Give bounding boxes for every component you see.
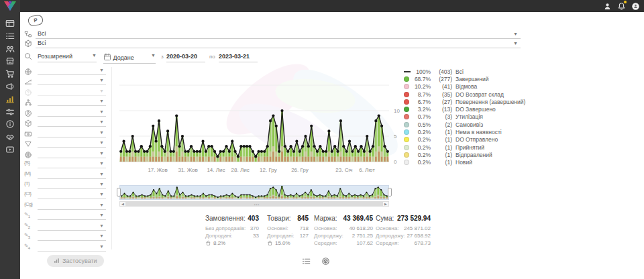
- filter-select-utm-campaign[interactable]: {Cg}▼: [24, 201, 106, 211]
- date-field-select[interactable]: Додане ▼: [103, 53, 156, 64]
- x-tick-label: 12. Гру: [260, 167, 277, 173]
- legend-item[interactable]: 0.7%(3)Утилізація: [404, 113, 525, 121]
- chevron-down-icon: ▼: [513, 32, 518, 36]
- select-underline: [38, 126, 106, 127]
- legend-dot-swatch: [404, 122, 409, 127]
- filter-select-help[interactable]: ▼: [24, 87, 106, 97]
- date-to-input[interactable]: 2023-03-21: [219, 53, 258, 62]
- stat-sub-value: 127: [300, 232, 309, 239]
- select-underline: [38, 95, 106, 96]
- bell-icon[interactable]: [617, 1, 626, 10]
- filter-select-money[interactable]: ▼: [24, 129, 106, 138]
- legend-pct: 100%: [413, 68, 431, 75]
- x-tick-label: 31. Жов: [178, 167, 197, 173]
- filter-select-cube[interactable]: ▼: [24, 118, 106, 127]
- date-field-value: Додане: [113, 54, 134, 61]
- filter-select-custom-field-1[interactable]: ✎1▼: [24, 211, 106, 221]
- filter-select-funnel[interactable]: ▼: [24, 139, 106, 148]
- scroll-left-arrow-icon[interactable]: ◀: [120, 202, 125, 206]
- legend-item[interactable]: 6.7%(27)Повернення (завершений): [404, 98, 525, 105]
- list-view-icon[interactable]: [302, 256, 311, 265]
- chevron-down-icon: ▼: [99, 140, 104, 145]
- sidebar-item-info[interactable]: [5, 119, 15, 129]
- custom-field-3-icon: ✎3: [24, 232, 32, 240]
- legend-item[interactable]: 0.2%(1)Відправлений: [404, 151, 525, 158]
- filter-select-globe[interactable]: ▼: [24, 66, 106, 76]
- sidebar-item-video[interactable]: [5, 145, 15, 154]
- apply-button[interactable]: Застосувати: [47, 255, 104, 267]
- legend-item[interactable]: 0.2%(1)DO Отправлено: [404, 136, 525, 144]
- user-icon[interactable]: [603, 1, 612, 10]
- utm-source-icon: {S}: [24, 160, 32, 168]
- chart-minimap[interactable]: [119, 185, 389, 200]
- stat-sub-value: 718: [300, 225, 309, 232]
- sidebar-item-sliders[interactable]: [5, 107, 15, 117]
- avatar[interactable]: [631, 1, 640, 10]
- app-logo-icon[interactable]: [3, 1, 17, 11]
- scrollbar-thumb[interactable]: ▪▪▪: [125, 202, 383, 206]
- legend-item[interactable]: 0.2%(1)Новий: [404, 159, 525, 166]
- sidebar-item-megaphone[interactable]: [5, 82, 15, 91]
- filter-select-custom-field-4[interactable]: ✎4▼: [24, 243, 106, 252]
- category-filter[interactable]: Всі ▼: [24, 30, 521, 39]
- legend-item[interactable]: 3.2%(13)DO Завершено: [404, 105, 525, 113]
- filter-select-utm-medium[interactable]: {M}▼: [24, 170, 106, 180]
- chevron-down-icon: ▼: [99, 203, 104, 207]
- filter-select-trend[interactable]: ▼: [24, 76, 106, 86]
- scroll-right-arrow-icon[interactable]: ▶: [383, 202, 388, 206]
- minimap-right-handle[interactable]: [388, 188, 392, 197]
- date-from-input[interactable]: 2020-03-20: [166, 53, 205, 62]
- minimap-left-handle[interactable]: [117, 188, 121, 197]
- sidebar-item-partners[interactable]: [5, 132, 15, 142]
- sidebar-item-analytics[interactable]: [5, 95, 15, 104]
- legend-item[interactable]: 8.7%(35)DO Возврат склад: [404, 91, 525, 98]
- product-filter[interactable]: Всі ▼: [24, 39, 521, 48]
- product-filter-value: Всі: [38, 40, 46, 46]
- search-mode-select[interactable]: Розширений ▼: [38, 53, 97, 62]
- filter-select-sitemap[interactable]: ▼: [24, 97, 106, 107]
- legend-item[interactable]: 0.5%(2)Самовивіз: [404, 121, 525, 128]
- utm-term-icon: {T}: [24, 180, 32, 188]
- legend-item[interactable]: 100%(403)Всі: [404, 68, 525, 75]
- legend-item[interactable]: 0.2%(1)Нема в наявності: [404, 128, 525, 135]
- search-icon[interactable]: [24, 52, 32, 60]
- sidebar-item-store[interactable]: [5, 56, 15, 66]
- legend-pct: 8.7%: [413, 91, 431, 98]
- filter-select-utm-source[interactable]: {S}▼: [24, 160, 106, 169]
- legend-label: Відмова: [455, 83, 477, 90]
- stat-title: Товари:: [267, 215, 291, 222]
- utm-content-icon: {Ct}: [24, 190, 32, 199]
- filter-select-globe-grid[interactable]: ▼: [24, 150, 106, 159]
- legend-item[interactable]: 68.7%(277)Завершений: [404, 75, 525, 82]
- filter-select-person-badge[interactable]: ▼: [24, 108, 106, 117]
- legend-dot-swatch: [404, 129, 409, 135]
- sidebar: [0, 0, 20, 279]
- legend-dot-swatch: [404, 107, 409, 112]
- stat-sub-label: Основна:: [314, 225, 337, 232]
- filter-select-utm-content[interactable]: {Ct}▼: [24, 190, 106, 200]
- x-tick-label: 6. Лют: [359, 167, 375, 173]
- legend-pct: 0.7%: [413, 113, 431, 120]
- legend-count: (41): [433, 83, 452, 90]
- utm-campaign-icon: {Cg}: [24, 201, 32, 209]
- product-view-icon[interactable]: [321, 256, 330, 265]
- legend-item[interactable]: 0.2%(1)Прийнятий: [404, 144, 525, 151]
- sidebar-item-orders[interactable]: [5, 32, 15, 41]
- sidebar-item-customers[interactable]: [5, 44, 15, 54]
- sidebar-item-dashboard[interactable]: [5, 19, 15, 28]
- x-tick-label: 17. Жов: [148, 167, 167, 173]
- legend-count: (1): [433, 144, 452, 151]
- filter-select-utm-term[interactable]: {T}▼: [24, 180, 106, 190]
- legend-dot-swatch: [404, 84, 409, 89]
- stat-column: Замовлення:403Без допродажів:370Допродан…: [205, 215, 259, 246]
- filter-select-custom-field-3[interactable]: ✎3▼: [24, 232, 106, 241]
- chart-scrollbar[interactable]: ◀ ▶ ▪▪▪: [119, 201, 389, 207]
- y-tick-label: 10: [394, 108, 403, 114]
- stat-sub-label: Без допродажів:: [205, 225, 246, 232]
- legend-pct: 0.2%: [413, 129, 431, 135]
- stat-sub-label: Середня:: [314, 239, 337, 247]
- sidebar-item-cart[interactable]: [5, 69, 15, 78]
- legend-pct: 10.2%: [413, 83, 431, 90]
- legend-item[interactable]: 10.2%(41)Відмова: [404, 83, 525, 91]
- filter-select-custom-field-2[interactable]: ✎2▼: [24, 222, 106, 231]
